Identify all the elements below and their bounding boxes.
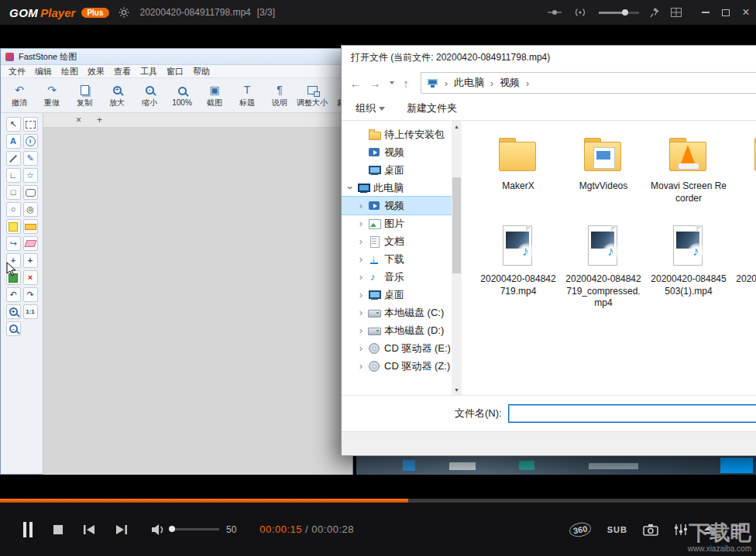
tab-close-icon[interactable]: × — [76, 115, 81, 125]
file-item[interactable]: 20200420-084842719_compressed.mp4 — [563, 225, 644, 310]
faststone-menu-item[interactable]: 查看 — [114, 66, 131, 77]
tree-chevron-icon[interactable] — [357, 324, 365, 336]
tree-item[interactable]: 本地磁盘 (D:) — [342, 321, 452, 339]
maximize-button[interactable] — [716, 0, 736, 25]
faststone-canvas[interactable]: × + — [43, 113, 352, 475]
faststone-menu-item[interactable]: 工具 — [140, 66, 157, 77]
palette-tool-button[interactable]: ↷ — [23, 287, 38, 302]
tree-item[interactable]: CD 驱动器 (E:) — [342, 339, 452, 357]
palette-tool-button[interactable]: ○ — [6, 202, 21, 217]
palette-tool-button[interactable] — [23, 219, 38, 234]
vr-360-button[interactable]: 360 — [569, 520, 593, 538]
faststone-tool-button[interactable]: 放大 — [101, 80, 132, 111]
tree-chevron-icon[interactable] — [357, 200, 365, 211]
palette-tool-button[interactable] — [23, 185, 38, 200]
palette-tool-button[interactable]: × — [23, 270, 38, 285]
tree-chevron-icon[interactable] — [357, 289, 365, 300]
mute-speaker-icon[interactable] — [150, 523, 166, 536]
palette-tool-button[interactable] — [23, 117, 38, 132]
tree-chevron-icon[interactable] — [357, 307, 365, 318]
faststone-menu-item[interactable]: 帮助 — [193, 66, 210, 77]
address-bar[interactable]: 此电脑 视频 — [421, 72, 756, 94]
tab-add-icon[interactable]: + — [97, 115, 102, 125]
palette-tool-button[interactable]: + — [23, 253, 38, 268]
new-folder-button[interactable]: 新建文件夹 — [407, 101, 457, 115]
tree-item[interactable]: 视频 — [342, 143, 452, 161]
palette-tool-button[interactable] — [6, 151, 21, 166]
filename-input[interactable] — [508, 404, 756, 423]
settings-gear-icon[interactable] — [119, 7, 129, 18]
organize-button[interactable]: 组织 — [356, 101, 385, 115]
file-item[interactable]: MgtvVideos — [563, 132, 644, 204]
palette-tool-button[interactable]: A — [6, 134, 21, 149]
tree-scrollbar[interactable]: ▲ ▼ — [452, 121, 462, 395]
faststone-menu-item[interactable]: 编辑 — [35, 66, 52, 77]
faststone-tool-button[interactable]: 复制 — [69, 80, 100, 111]
tree-item[interactable]: 桌面 — [342, 161, 452, 179]
tree-item[interactable]: 下载 — [342, 250, 452, 268]
faststone-menu-item[interactable]: 窗口 — [167, 66, 184, 77]
faststone-titlebar[interactable]: FastStone 绘图 — [1, 49, 352, 65]
faststone-tool-button[interactable]: 100% — [167, 80, 198, 111]
file-item[interactable]: 20200420-084845 — [734, 225, 756, 310]
tree-chevron-icon[interactable] — [357, 253, 365, 265]
back-icon[interactable]: ← — [348, 77, 363, 90]
faststone-tool-button[interactable]: 调整大小 — [297, 80, 328, 111]
faststone-tool-button[interactable]: 缩小 — [134, 80, 165, 111]
tree-chevron-icon[interactable] — [357, 271, 365, 283]
control-panel-button[interactable] — [674, 523, 688, 536]
breadcrumb-current[interactable]: 视频 — [500, 76, 520, 90]
palette-tool-button[interactable]: ◎ — [23, 202, 38, 217]
tree-item[interactable]: 本地磁盘 (C:) — [342, 304, 452, 321]
faststone-tool-button[interactable]: ↷ 重做 — [36, 80, 67, 111]
tree-chevron-icon[interactable] — [346, 182, 354, 194]
tree-item[interactable]: 文档 — [342, 232, 452, 250]
palette-tool-button[interactable]: ∟ — [6, 168, 21, 183]
tree-item[interactable]: 图片 — [342, 215, 452, 232]
faststone-menu-item[interactable]: 文件 — [9, 66, 26, 77]
close-button[interactable] — [736, 0, 756, 25]
palette-tool-button[interactable]: ↶ — [6, 287, 21, 302]
tree-item[interactable]: 桌面 — [342, 286, 452, 304]
palette-tool-button[interactable]: ↪ — [6, 236, 21, 251]
ab-repeat-icon[interactable] — [548, 9, 562, 16]
minimize-button[interactable] — [696, 0, 716, 25]
file-item[interactable]: 20200420-084842719.mp4 — [478, 225, 558, 310]
stop-button[interactable] — [53, 524, 64, 535]
titlebar-volume-slider[interactable] — [599, 12, 639, 14]
file-item[interactable]: MakerX — [478, 132, 558, 204]
faststone-tool-button[interactable]: ↶ 撤消 — [4, 80, 35, 111]
palette-tool-button[interactable]: i — [23, 134, 38, 149]
next-button[interactable] — [115, 524, 129, 535]
pin-icon[interactable] — [650, 7, 660, 18]
palette-tool-button[interactable]: ✎ — [23, 151, 38, 166]
tree-chevron-icon[interactable] — [357, 218, 365, 229]
tree-item[interactable]: 此电脑 — [342, 179, 452, 197]
palette-tool-button[interactable] — [6, 219, 21, 234]
file-item[interactable]: Movavi Screen Recorder — [648, 132, 729, 204]
screen-control-icon[interactable] — [671, 8, 682, 17]
volume-slider[interactable] — [173, 528, 219, 530]
faststone-tool-button[interactable]: ▣ 截图 — [199, 80, 230, 111]
snapshot-camera-button[interactable] — [643, 523, 658, 536]
up-icon[interactable]: ↑ — [398, 77, 414, 90]
palette-tool-button[interactable]: ↖ — [6, 117, 21, 132]
tree-chevron-icon[interactable] — [357, 342, 365, 354]
scroll-down-icon[interactable]: ▼ — [452, 384, 462, 395]
scroll-up-icon[interactable]: ▲ — [452, 121, 462, 132]
palette-tool-button[interactable]: + — [6, 253, 21, 268]
file-item[interactable]: 20200420-084845503(1).mp4 — [648, 225, 729, 310]
tree-chevron-icon[interactable] — [357, 360, 365, 372]
scrollbar-track[interactable] — [452, 132, 462, 384]
palette-tool-button[interactable] — [6, 304, 21, 319]
previous-button[interactable] — [82, 524, 96, 535]
playlist-button[interactable] — [731, 524, 745, 535]
subtitles-button[interactable]: SUB — [607, 525, 627, 534]
faststone-menu-item[interactable]: 绘图 — [61, 66, 78, 77]
forward-icon[interactable]: → — [367, 77, 383, 90]
tree-item[interactable]: 音乐 — [342, 268, 452, 286]
pause-button[interactable] — [22, 522, 34, 537]
palette-tool-button[interactable] — [23, 236, 38, 251]
file-item[interactable]: Sl — [734, 132, 756, 204]
palette-tool-button[interactable]: ☆ — [23, 168, 38, 183]
